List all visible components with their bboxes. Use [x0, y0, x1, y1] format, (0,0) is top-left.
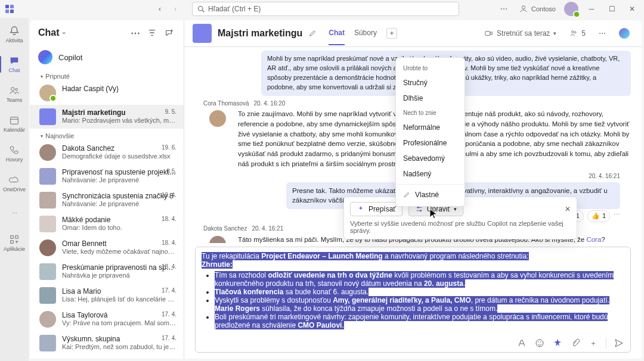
dropdown-option-custom[interactable]: Vlastné	[396, 187, 465, 203]
close-window-icon[interactable]: ✕	[624, 1, 640, 17]
pencil-icon	[403, 191, 410, 198]
dropdown-option-casual[interactable]: Neformálne	[396, 120, 465, 135]
svg-point-15	[572, 31, 574, 33]
section-recent[interactable]: ▾Najnovšie	[30, 129, 184, 141]
copilot-compose-icon[interactable]	[552, 338, 563, 348]
chevron-down-icon[interactable]: ›	[61, 32, 67, 33]
dropdown-option-longer[interactable]: Dlhšie	[396, 91, 465, 106]
svg-point-21	[420, 210, 422, 211]
dropdown-option-enthusiastic[interactable]: Nadšený	[396, 166, 465, 182]
svg-rect-2	[5, 10, 9, 13]
compose-text[interactable]: Tu je rekapitulácia Project Endeavor – L…	[196, 247, 630, 334]
sparkle-icon	[357, 205, 365, 213]
chat-avatar	[193, 24, 212, 43]
new-chat-icon[interactable]	[162, 26, 175, 39]
emoji-icon[interactable]	[534, 338, 545, 348]
svg-point-19	[540, 341, 541, 343]
minimize-icon[interactable]: ─	[583, 1, 600, 17]
msg-time: 20. 4. 16:21	[252, 225, 283, 234]
cloud-icon	[9, 175, 20, 185]
adjust-dropdown: Urobte to Stručný Dlhšie Nech to znie Ne…	[395, 57, 465, 207]
tab-files[interactable]: Súbory	[354, 21, 377, 45]
svg-rect-13	[11, 241, 14, 244]
svg-point-16	[575, 32, 577, 33]
more-chats-icon[interactable]: ⋯	[129, 26, 142, 39]
panel-hint: Vyberte si vyššie uvedenú možnosť pre sl…	[350, 220, 571, 234]
rail-teams[interactable]: Teams	[0, 80, 29, 108]
chevron-down-icon: ▾	[553, 30, 556, 36]
video-icon	[485, 29, 493, 38]
compose-add-icon[interactable]: ＋	[588, 338, 599, 348]
org-name: Contoso	[531, 5, 556, 13]
svg-point-8	[16, 88, 18, 91]
rewrite-button[interactable]: Prepísať	[350, 202, 402, 216]
chat-item[interactable]: Dakota SanchezDemografické údaje o sused…	[30, 141, 184, 164]
edit-title-icon[interactable]	[308, 29, 317, 38]
svg-point-7	[11, 88, 14, 91]
nav-forward-icon[interactable]: ›	[169, 3, 181, 15]
rail-apps[interactable]: Aplikácie	[0, 229, 29, 257]
search-input[interactable]: Hľadať (Ctrl + E)	[192, 2, 459, 16]
chat-item[interactable]: Synchronizácia spustenia značky 8Nahráva…	[30, 188, 184, 212]
svg-rect-0	[5, 5, 9, 8]
chat-item[interactable]: Pripravenosť na spustenie projektu …Nahr…	[30, 164, 184, 188]
tab-add-icon[interactable]: +	[386, 28, 397, 39]
copilot-row[interactable]: Copilot	[30, 45, 184, 69]
meet-now-button[interactable]: Stretnúť sa teraz ▾	[481, 27, 560, 40]
rail-calls[interactable]: Hovory	[0, 139, 29, 168]
maximize-icon[interactable]: ☐	[603, 1, 620, 17]
chat-item[interactable]: Lisa a MarioLisa: Hej, plánuješ ísť do k…	[30, 284, 184, 307]
svg-point-20	[417, 207, 419, 208]
chat-item-hadar[interactable]: Hadar Caspit (Vy)	[30, 81, 184, 105]
people-button[interactable]: 5	[566, 27, 589, 40]
teams-app-icon	[4, 3, 16, 15]
nav-back-icon[interactable]: ‹	[154, 3, 166, 15]
rail-onedrive[interactable]: OneDrive	[0, 169, 29, 198]
rail-chat[interactable]: Chat	[0, 50, 29, 79]
chatlist-title: Chat	[38, 27, 60, 38]
avatar	[209, 110, 226, 127]
rail-activity[interactable]: Aktivita	[0, 20, 29, 49]
svg-point-17	[536, 340, 543, 347]
rail-calendar[interactable]: Kalendár	[0, 110, 29, 138]
chat-item[interactable]: Omar BennettViete, kedy môžeme očakávať …	[30, 236, 184, 260]
svg-rect-1	[10, 5, 14, 8]
dropdown-option-professional[interactable]: Profesionálne	[396, 135, 465, 151]
compose-box[interactable]: Tu je rekapitulácia Project Endeavor – L…	[195, 247, 631, 353]
chat-item-majstri[interactable]: Majstri marketinguMario: Pozdravujem vás…	[30, 105, 184, 129]
section-pinned[interactable]: ▾Pripnuté	[30, 69, 184, 81]
more-icon[interactable]: ⋯	[496, 1, 512, 17]
dropdown-option-confident[interactable]: Sebavedomý	[396, 151, 465, 166]
rail-more-icon[interactable]: ⋯	[0, 199, 29, 228]
svg-rect-9	[11, 117, 18, 125]
mention[interactable]: Cora	[586, 236, 601, 243]
svg-point-6	[522, 6, 525, 9]
avatar[interactable]	[563, 1, 580, 17]
svg-rect-14	[485, 32, 490, 36]
org-switch[interactable]: Contoso	[516, 1, 559, 17]
chat-item[interactable]: Lisa TaylorováVy: Práve na tom pracujem.…	[30, 307, 184, 331]
tab-chat[interactable]: Chat	[329, 21, 345, 45]
chat-item[interactable]: Výskumn. skupinaKai: Predtým, než som za…	[30, 331, 184, 355]
attach-icon[interactable]	[570, 338, 581, 348]
copilot-icon	[38, 50, 52, 64]
dropdown-option-concise[interactable]: Stručný	[396, 75, 465, 91]
svg-point-18	[538, 341, 539, 343]
format-icon[interactable]	[516, 338, 527, 348]
people-icon	[9, 85, 20, 96]
send-icon[interactable]	[614, 338, 624, 348]
org-icon	[519, 5, 528, 13]
close-panel-icon[interactable]: ✕	[565, 205, 571, 213]
dropdown-section: Urobte to	[396, 61, 465, 75]
msg-time: 20. 4. 16:20	[254, 99, 286, 108]
chat-item[interactable]: Preskúmanie pripravenosti na spus…Nahráv…	[30, 260, 184, 284]
phone-icon	[9, 145, 20, 155]
filter-icon[interactable]	[145, 26, 159, 39]
chat-more-icon[interactable]: ⋯	[595, 27, 609, 40]
msg-author: Dakota Sanchez	[203, 225, 247, 234]
chat-item[interactable]: Mäkké podanieOmar: Idem do toho.18. 4.	[30, 212, 184, 236]
copilot-header-icon[interactable]	[615, 26, 633, 41]
dropdown-section: Nech to znie	[396, 106, 465, 120]
bell-icon	[9, 26, 20, 36]
copilot-label: Copilot	[58, 53, 82, 62]
